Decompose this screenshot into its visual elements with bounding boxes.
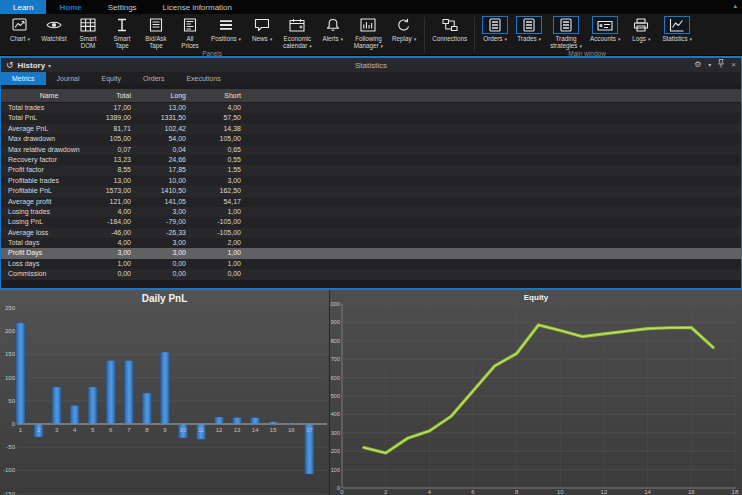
table-row[interactable]: Average PnL81,71102,4214,38 [1, 124, 741, 134]
table-row[interactable]: Max relative drawdown0,070,040,65 [1, 145, 741, 155]
titlebar-tab-license-information[interactable]: License information [150, 0, 245, 14]
ribbon-button-news[interactable]: News▾ [245, 15, 279, 50]
ribbon-button-trading-strategies[interactable]: Tradingstrategies▾ [546, 15, 586, 50]
table-row[interactable]: Losing trades4,003,001,00 [1, 207, 741, 217]
close-icon[interactable]: × [731, 60, 736, 70]
titlebar-tab-learn[interactable]: Learn [0, 0, 46, 14]
table-row[interactable]: Average profit121,00141,0554,17 [1, 197, 741, 207]
group-buttons: Orders▾Trades▾Tradingstrategies▾Accounts… [477, 14, 697, 50]
panel-tab-equity[interactable]: Equity [91, 72, 132, 85]
metric-value: 162,50 [186, 186, 241, 197]
metric-value: 105,00 [97, 134, 131, 145]
table-row[interactable]: Average loss-46,00-26,33-105,00 [1, 228, 741, 238]
table-row[interactable]: Profit Days3,003,001,00 [1, 248, 741, 258]
equity-panel[interactable]: 1000900800700600500400300200100002468101… [330, 290, 742, 495]
history-panel[interactable]: ↺ History ▾ Statistics ⚙ ▾ × MetricsJour… [0, 56, 742, 290]
panel-tab-journal[interactable]: Journal [46, 72, 91, 85]
row-filler [241, 259, 741, 270]
table-row[interactable]: Commission0,000,000,00 [1, 269, 741, 279]
ribbon-button-following-manager[interactable]: FollowingManager▾ [350, 15, 387, 50]
titlebar-tab-home[interactable]: Home [46, 0, 94, 14]
tick-label: 250 [5, 305, 16, 311]
ribbon-button-statistics[interactable]: Statistics▾ [658, 15, 696, 50]
printer-icon [633, 16, 649, 34]
tick-label: 0 [340, 489, 344, 495]
group-buttons: Chart▾WatchlistSmartDOMSmartTapeBid/AskT… [2, 14, 422, 50]
row-filler [241, 238, 741, 249]
table-row[interactable]: Profitable PnL1573,001410,50162,50 [1, 186, 741, 196]
daily-pnl-chart: 250200150100500-50-100-15012345678910111… [0, 290, 330, 495]
tick-label: 200 [5, 328, 16, 334]
ribbon-button-positions[interactable]: Positions▾ [207, 15, 245, 50]
column-header-name[interactable]: Name [1, 89, 97, 102]
ribbon-button-all-prices[interactable]: AllPrices [173, 15, 207, 50]
panel-tab-executions[interactable]: Executions [175, 72, 231, 85]
titlebar-tab-settings[interactable]: Settings [95, 0, 150, 14]
tick-label: 14 [644, 489, 651, 495]
ribbon-collapse-icon[interactable]: ▴ [733, 2, 737, 9]
ribbon-button-economic-calendar[interactable]: Economiccalendar▾ [279, 15, 316, 50]
ribbon-button-bid-ask-tape[interactable]: Bid/AskTape [139, 15, 173, 50]
dropdown-caret-icon: ▾ [618, 36, 621, 42]
pnl-bar [124, 360, 133, 424]
metric-value: 1331,50 [131, 113, 186, 124]
row-filler [241, 228, 741, 239]
ribbon-button-connections[interactable]: Connections [428, 15, 471, 46]
card-icon [592, 16, 618, 34]
ribbon-button-smart-tape[interactable]: SmartTape [105, 15, 139, 50]
ribbon-button-label: FollowingManager▾ [354, 35, 383, 50]
grid-icon [80, 16, 96, 34]
metric-value: 4,00 [97, 238, 131, 249]
metric-name: Average loss [1, 228, 97, 239]
metric-value: -46,00 [97, 228, 131, 239]
settings-gear-icon[interactable]: ⚙ [694, 60, 701, 70]
ribbon-button-replay[interactable]: Replay▾ [387, 15, 421, 50]
metric-value: 13,00 [131, 103, 186, 114]
metric-value: 0,00 [186, 269, 241, 280]
ribbon-group-main-window: Orders▾Trades▾Tradingstrategies▾Accounts… [477, 14, 697, 55]
table-row[interactable]: Total trades17,0013,004,00 [1, 103, 741, 113]
table-row[interactable]: Total days4,003,002,00 [1, 238, 741, 248]
ribbon-button-accounts[interactable]: Accounts▾ [586, 15, 624, 50]
ribbon-button-label: Bid/AskTape [145, 35, 166, 49]
replay-icon [396, 16, 412, 34]
pin-icon[interactable] [718, 59, 724, 71]
column-header-long[interactable]: Long [131, 89, 186, 102]
ribbon-button-alerts[interactable]: Alerts▾ [316, 15, 350, 50]
daily-pnl-panel[interactable]: 250200150100500-50-100-15012345678910111… [0, 290, 330, 495]
ribbon-button-watchlist[interactable]: Watchlist [37, 15, 71, 50]
panel-tab-metrics[interactable]: Metrics [1, 72, 46, 85]
tick-label: 500 [331, 393, 340, 399]
table-row[interactable]: Loss days1,000,001,00 [1, 259, 741, 269]
ribbon-button-label: AllPrices [181, 35, 199, 49]
ribbon-button-label: SmartDOM [80, 35, 97, 49]
ribbon-button-logs[interactable]: Logs▾ [624, 15, 658, 50]
charts-area: 250200150100500-50-100-15012345678910111… [0, 290, 742, 495]
server-icon [516, 16, 542, 34]
table-row[interactable]: Max drawdown105,0054,00105,00 [1, 134, 741, 144]
table-row[interactable]: Recovery factor13,2324,660,55 [1, 155, 741, 165]
ribbon-button-trades[interactable]: Trades▾ [512, 15, 546, 50]
table-row[interactable]: Total PnL1389,001331,5057,50 [1, 113, 741, 123]
column-header-total[interactable]: Total [97, 89, 131, 102]
table-row[interactable]: Profitable trades13,0010,003,00 [1, 176, 741, 186]
ribbon-group-label [427, 46, 472, 55]
table-row[interactable]: Losing PnL-184,00-79,00-105,00 [1, 217, 741, 227]
metric-value: -105,00 [186, 217, 241, 228]
group-buttons: Connections [427, 14, 472, 46]
column-header-short[interactable]: Short [186, 89, 241, 102]
panel-tab-orders[interactable]: Orders [132, 72, 175, 85]
ribbon-button-chart[interactable]: Chart▾ [3, 15, 37, 50]
panel-title[interactable]: History [18, 61, 46, 70]
panel-menu-caret-icon[interactable]: ▾ [708, 60, 711, 70]
ribbon-button-smart-dom[interactable]: SmartDOM [71, 15, 105, 50]
dropdown-caret-icon: ▾ [381, 43, 384, 49]
tick-label: 11 [198, 427, 205, 433]
ribbon-button-orders[interactable]: Orders▾ [478, 15, 512, 50]
equity-chart: 1000900800700600500400300200100002468101… [330, 290, 742, 495]
doc2-icon [182, 16, 198, 34]
tick-label: 4 [73, 427, 77, 433]
table-row[interactable]: Profit factor8,5517,851,55 [1, 165, 741, 175]
metric-value: 1,00 [186, 259, 241, 270]
metric-value: 1,00 [97, 259, 131, 270]
